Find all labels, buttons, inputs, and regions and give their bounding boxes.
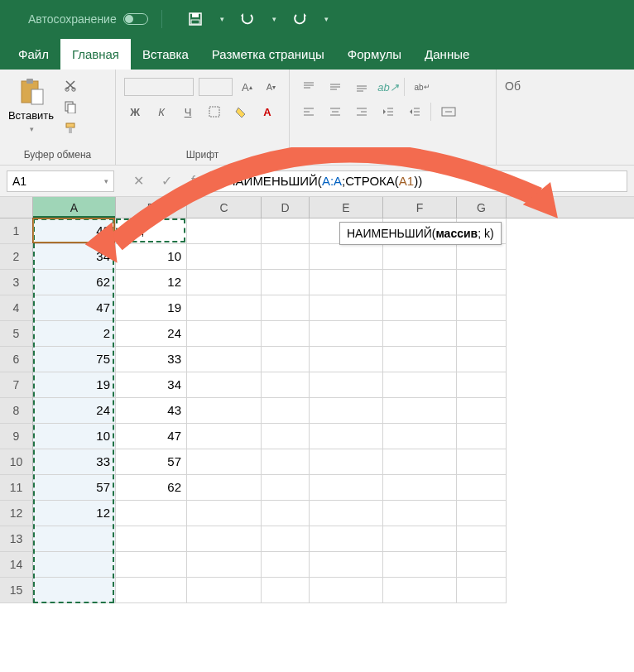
cell-E15[interactable]	[310, 578, 383, 603]
cell-G14[interactable]	[457, 552, 507, 578]
cell-C6[interactable]	[187, 347, 262, 372]
column-header-e[interactable]: E	[310, 197, 383, 218]
cell-F7[interactable]	[383, 372, 457, 398]
cell-A2[interactable]: 34	[33, 244, 116, 270]
tab-data[interactable]: Данные	[413, 39, 481, 70]
cell-E9[interactable]	[310, 424, 383, 449]
cell-C2[interactable]	[187, 244, 262, 270]
cell-C8[interactable]	[187, 398, 262, 424]
cell-F9[interactable]	[383, 424, 457, 449]
column-header-d[interactable]: D	[262, 197, 310, 218]
decrease-indent-button[interactable]	[377, 103, 399, 121]
font-size-dropdown[interactable]	[199, 78, 233, 96]
redo-button[interactable]	[291, 11, 308, 27]
cell-G3[interactable]	[457, 270, 507, 295]
undo-button[interactable]	[239, 11, 256, 27]
cell-C13[interactable]	[187, 526, 262, 552]
cell-E5[interactable]	[310, 321, 383, 347]
row-header[interactable]: 10	[0, 449, 33, 475]
copy-button[interactable]	[59, 98, 82, 116]
row-header[interactable]: 12	[0, 501, 33, 526]
cell-D12[interactable]	[262, 501, 310, 526]
cell-B3[interactable]: 12	[116, 270, 187, 295]
row-header[interactable]: 5	[0, 321, 33, 347]
tab-insert[interactable]: Вставка	[131, 39, 200, 70]
increase-indent-button[interactable]	[404, 103, 425, 121]
cell-A11[interactable]: 57	[33, 475, 116, 501]
cell-D14[interactable]	[262, 552, 310, 578]
insert-function-button[interactable]: fx	[182, 170, 207, 192]
name-box[interactable]: A1 ▾	[7, 170, 114, 192]
cell-A6[interactable]: 75	[33, 347, 116, 372]
cell-A9[interactable]: 10	[33, 424, 116, 449]
cell-E13[interactable]	[310, 526, 383, 552]
cell-C7[interactable]	[187, 372, 262, 398]
tab-home[interactable]: Главная	[60, 39, 131, 70]
cut-button[interactable]	[59, 76, 82, 94]
cell-D10[interactable]	[262, 449, 310, 475]
cell-G7[interactable]	[457, 372, 507, 398]
cell-F2[interactable]	[383, 244, 457, 270]
cell-F12[interactable]	[383, 501, 457, 526]
paste-button[interactable]: Вставить ▾	[8, 74, 54, 146]
chevron-down-icon[interactable]: ▾	[272, 15, 276, 23]
align-top-button[interactable]	[298, 78, 319, 96]
cell-B10[interactable]: 57	[116, 449, 187, 475]
borders-button[interactable]	[204, 103, 225, 121]
cell-B6[interactable]: 33	[116, 347, 187, 372]
cell-E10[interactable]	[310, 449, 383, 475]
cell-G11[interactable]	[457, 475, 507, 501]
row-header[interactable]: 15	[0, 578, 33, 603]
cell-E11[interactable]	[310, 475, 383, 501]
cell-G6[interactable]	[457, 347, 507, 372]
cell-B7[interactable]: 34	[116, 372, 187, 398]
italic-button[interactable]: К	[151, 103, 172, 121]
font-color-button[interactable]: A	[257, 103, 278, 121]
align-center-button[interactable]	[324, 103, 346, 121]
row-header[interactable]: 3	[0, 270, 33, 295]
cell-F4[interactable]	[383, 295, 457, 321]
wrap-text-button[interactable]: ab↵	[410, 78, 435, 96]
cell-D7[interactable]	[262, 372, 310, 398]
orientation-button[interactable]: ab↗	[377, 78, 399, 96]
cell-E8[interactable]	[310, 398, 383, 424]
cell-F13[interactable]	[383, 526, 457, 552]
cell-D9[interactable]	[262, 424, 310, 449]
column-header-c[interactable]: C	[187, 197, 262, 218]
save-button[interactable]	[187, 11, 204, 27]
cell-E4[interactable]	[310, 295, 383, 321]
cell-F5[interactable]	[383, 321, 457, 347]
cell-A15[interactable]	[33, 578, 116, 603]
merge-cells-button[interactable]	[436, 103, 461, 121]
bold-button[interactable]: Ж	[124, 103, 146, 121]
cell-B5[interactable]: 24	[116, 321, 187, 347]
cell-A4[interactable]: 47	[33, 295, 116, 321]
cell-E7[interactable]	[310, 372, 383, 398]
cell-F6[interactable]	[383, 347, 457, 372]
row-header[interactable]: 1	[0, 218, 33, 244]
autosave-toggle[interactable]	[123, 13, 148, 25]
cell-B8[interactable]: 43	[116, 398, 187, 424]
cell-G8[interactable]	[457, 398, 507, 424]
cell-D8[interactable]	[262, 398, 310, 424]
cell-A13[interactable]	[33, 526, 116, 552]
cell-D5[interactable]	[262, 321, 310, 347]
cell-B1[interactable]: A:A;	[116, 218, 187, 244]
cell-G9[interactable]	[457, 424, 507, 449]
cell-A14[interactable]	[33, 552, 116, 578]
align-bottom-button[interactable]	[351, 78, 372, 96]
formula-bar[interactable]: =НАИМЕНЬШИЙ(A:A;СТРОКА(A1))	[214, 170, 627, 192]
cell-C4[interactable]	[187, 295, 262, 321]
cell-D13[interactable]	[262, 526, 310, 552]
align-middle-button[interactable]	[324, 78, 346, 96]
cell-G12[interactable]	[457, 501, 507, 526]
cell-D11[interactable]	[262, 475, 310, 501]
increase-font-button[interactable]: A▴	[238, 78, 257, 96]
cell-B9[interactable]: 47	[116, 424, 187, 449]
cell-F3[interactable]	[383, 270, 457, 295]
cell-D6[interactable]	[262, 347, 310, 372]
autosave-control[interactable]: Автосохранение	[3, 12, 148, 26]
cell-G13[interactable]	[457, 526, 507, 552]
cell-F11[interactable]	[383, 475, 457, 501]
column-header-a[interactable]: A	[33, 197, 116, 218]
